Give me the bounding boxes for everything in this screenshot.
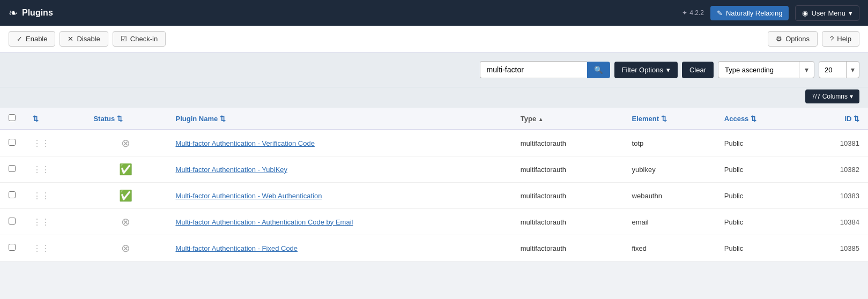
checkin-label: Check-in xyxy=(130,35,158,43)
row-checkbox-cell xyxy=(0,209,24,235)
search-input[interactable] xyxy=(480,61,587,78)
row-access-cell: Public xyxy=(716,130,803,156)
enable-button[interactable]: ✓ Enable xyxy=(9,31,55,47)
sort-chevron-icon[interactable]: ▾ xyxy=(799,62,814,78)
clear-button[interactable]: Clear xyxy=(682,62,714,78)
sort-element-icon: ⇅ xyxy=(661,115,667,123)
sort-select[interactable]: Type ascending Type descending Name asce… xyxy=(718,62,799,78)
th-checkbox xyxy=(0,108,24,130)
row-checkbox[interactable] xyxy=(9,191,16,198)
th-plugin-name-label: Plugin Name xyxy=(175,115,218,123)
status-disabled-icon[interactable]: ⊗ xyxy=(93,215,158,228)
nav-right: ✦ 4.2.2 ✎ Naturally Relaxing ◉ User Menu… xyxy=(682,5,859,21)
user-menu-button[interactable]: ◉ User Menu ▾ xyxy=(795,5,859,21)
options-button[interactable]: ⚙ Options xyxy=(768,31,818,47)
columns-chevron-icon: ▾ xyxy=(850,93,853,100)
th-element-label: Element xyxy=(632,115,659,123)
perpage-select[interactable]: 20 50 100 xyxy=(819,62,846,78)
row-status-cell: ⊗ xyxy=(85,130,167,156)
th-id[interactable]: ID ⇅ xyxy=(803,108,868,130)
version-number: 4.2.2 xyxy=(689,9,704,17)
row-element-cell: email xyxy=(624,209,716,235)
row-status-cell: ✅ xyxy=(85,183,167,209)
sort-status-icon: ⇅ xyxy=(117,115,123,123)
th-id-label: ID xyxy=(844,115,851,123)
times-icon: ✕ xyxy=(68,35,73,43)
plugin-name-link[interactable]: Multi-factor Authentication - Web Authen… xyxy=(175,192,322,200)
row-id-cell: 10384 xyxy=(803,209,868,235)
drag-handle-icon[interactable]: ⋮⋮ xyxy=(33,165,50,174)
help-button[interactable]: ? Help xyxy=(822,31,859,47)
user-icon: ◉ xyxy=(802,9,808,17)
row-checkbox[interactable] xyxy=(9,218,16,225)
chevron-down-icon: ▾ xyxy=(849,9,852,17)
search-button[interactable]: 🔍 xyxy=(587,62,610,78)
drag-handle-icon[interactable]: ⋮⋮ xyxy=(33,218,50,227)
th-order: ⇅ xyxy=(24,108,85,130)
row-name-cell: Multi-factor Authentication - YubiKey xyxy=(167,156,511,183)
site-label: Naturally Relaxing xyxy=(726,9,783,17)
checkin-button[interactable]: ☑ Check-in xyxy=(113,31,166,47)
version-badge: ✦ 4.2.2 xyxy=(682,9,704,17)
row-drag-cell: ⋮⋮ xyxy=(24,235,85,261)
row-access-cell: Public xyxy=(716,209,803,235)
plugin-name-link[interactable]: Multi-factor Authentication - Fixed Code xyxy=(175,244,298,252)
status-disabled-icon[interactable]: ⊗ xyxy=(93,242,158,255)
th-type[interactable]: Type xyxy=(512,108,624,130)
gear-icon: ⚙ xyxy=(776,35,782,43)
perpage-wrap: 20 50 100 ▾ xyxy=(819,61,859,78)
drag-handle-icon[interactable]: ⋮⋮ xyxy=(33,139,50,148)
plugin-name-link[interactable]: Multi-factor Authentication - Authentica… xyxy=(175,218,353,226)
row-checkbox-cell xyxy=(0,235,24,261)
columns-bar: 7/7 Columns ▾ xyxy=(0,87,868,108)
disable-button[interactable]: ✕ Disable xyxy=(60,31,108,47)
plugins-table: ⇅ Status ⇅ Plugin Name ⇅ Type Element ⇅ xyxy=(0,108,868,261)
toolbar-left: ✓ Enable ✕ Disable ☑ Check-in xyxy=(9,31,166,47)
options-label: Options xyxy=(785,35,810,43)
th-plugin-name[interactable]: Plugin Name ⇅ xyxy=(167,108,511,130)
row-checkbox-cell xyxy=(0,183,24,209)
th-access-label: Access xyxy=(724,115,749,123)
status-disabled-icon[interactable]: ⊗ xyxy=(93,137,158,150)
row-checkbox[interactable] xyxy=(9,165,16,172)
status-enabled-icon[interactable]: ✅ xyxy=(93,189,158,202)
select-all-checkbox[interactable] xyxy=(9,114,16,121)
row-id-cell: 10381 xyxy=(803,130,868,156)
row-checkbox[interactable] xyxy=(9,244,16,251)
th-type-label: Type xyxy=(521,115,536,123)
enable-label: Enable xyxy=(26,35,47,43)
table-row: ⋮⋮ ⊗ Multi-factor Authentication - Verif… xyxy=(0,130,868,156)
site-button[interactable]: ✎ Naturally Relaxing xyxy=(710,6,789,20)
row-status-cell: ⊗ xyxy=(85,235,167,261)
th-access[interactable]: Access ⇅ xyxy=(716,108,803,130)
table-row: ⋮⋮ ✅ Multi-factor Authentication - YubiK… xyxy=(0,156,868,183)
joomla-icon: ✦ xyxy=(682,9,687,17)
drag-handle-icon[interactable]: ⋮⋮ xyxy=(33,244,50,253)
plugin-name-link[interactable]: Multi-factor Authentication - Verificati… xyxy=(175,139,314,147)
row-checkbox[interactable] xyxy=(9,139,16,146)
table-row: ⋮⋮ ✅ Multi-factor Authentication - Web A… xyxy=(0,183,868,209)
toolbar: ✓ Enable ✕ Disable ☑ Check-in ⚙ Options … xyxy=(0,26,868,53)
columns-label: 7/7 Columns xyxy=(812,93,848,100)
row-name-cell: Multi-factor Authentication - Authentica… xyxy=(167,209,511,235)
row-element-cell: fixed xyxy=(624,235,716,261)
filter-options-label: Filter Options xyxy=(622,66,663,74)
status-enabled-icon[interactable]: ✅ xyxy=(93,163,158,176)
th-element[interactable]: Element ⇅ xyxy=(624,108,716,130)
filter-options-button[interactable]: Filter Options ▾ xyxy=(614,62,678,78)
drag-handle-icon[interactable]: ⋮⋮ xyxy=(33,191,50,200)
perpage-chevron-icon[interactable]: ▾ xyxy=(846,62,859,78)
row-access-cell: Public xyxy=(716,235,803,261)
search-wrap: 🔍 xyxy=(480,61,610,78)
th-status[interactable]: Status ⇅ xyxy=(85,108,167,130)
plugin-name-link[interactable]: Multi-factor Authentication - YubiKey xyxy=(175,166,287,174)
row-checkbox-cell xyxy=(0,156,24,183)
row-id-cell: 10383 xyxy=(803,183,868,209)
row-access-cell: Public xyxy=(716,183,803,209)
row-checkbox-cell xyxy=(0,130,24,156)
row-element-cell: webauthn xyxy=(624,183,716,209)
row-type-cell: multifactorauth xyxy=(512,235,624,261)
columns-button[interactable]: 7/7 Columns ▾ xyxy=(805,89,859,103)
chevron-down-icon: ▾ xyxy=(666,66,670,74)
row-drag-cell: ⋮⋮ xyxy=(24,183,85,209)
